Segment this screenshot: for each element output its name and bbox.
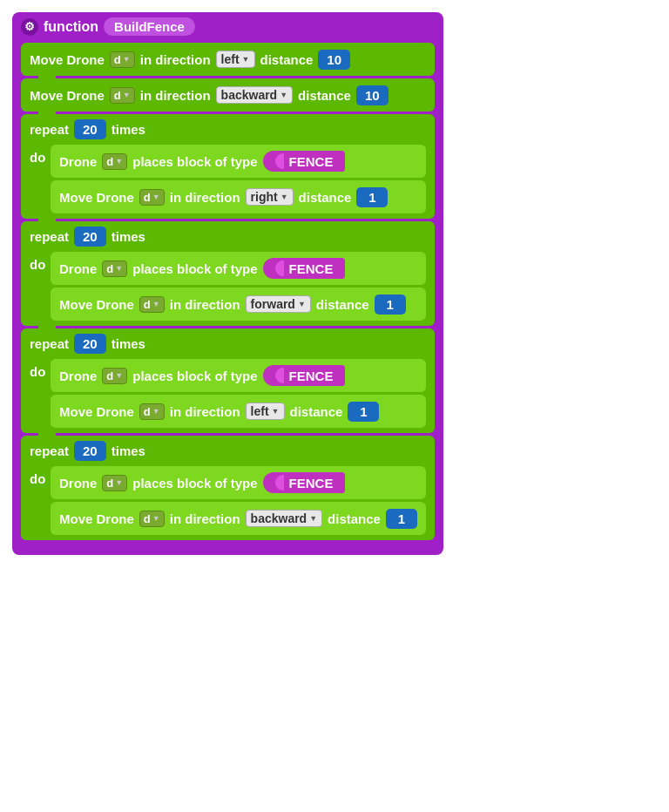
function-label: function: [44, 19, 98, 35]
repeat-blocks-container: repeat 20 times do Drone d ▼ places bloc…: [21, 114, 435, 543]
inner-move-text1-3: Move Drone: [59, 404, 134, 419]
inner-move-direction-3[interactable]: left ▼: [246, 403, 285, 420]
inner-move-drone-var-3[interactable]: d ▼: [139, 403, 165, 420]
repeat-count-1[interactable]: 20: [74, 119, 106, 139]
inner-move-value-2[interactable]: 1: [375, 294, 406, 315]
move1-text2: in direction: [140, 52, 211, 67]
repeat-header-1: repeat 20 times: [30, 119, 426, 139]
fence-block-1: Drone d ▼ places block of type FENCE: [51, 145, 426, 178]
function-name-badge[interactable]: BuildFence: [104, 17, 195, 36]
move2-drone-arrow: ▼: [123, 91, 131, 99]
inner-move-drone-arrow-1: ▼: [152, 193, 160, 201]
fence-text2-2: places block of type: [132, 261, 257, 276]
inner-move-drone-var-2[interactable]: d ▼: [139, 296, 165, 313]
inner-move-direction-4[interactable]: backward ▼: [246, 510, 323, 527]
repeat-times-1: times: [112, 122, 145, 137]
move-block-2: Move Drone d ▼ in direction backward ▼ d…: [21, 78, 435, 112]
inner-move-value-3[interactable]: 1: [348, 402, 379, 422]
repeat-label-1: repeat: [30, 122, 69, 137]
inner-move-value-4[interactable]: 1: [386, 509, 417, 529]
inner-move-value-1[interactable]: 1: [356, 187, 388, 207]
repeat-header-3: repeat 20 times: [30, 334, 426, 354]
fence-type-badge-2[interactable]: FENCE: [263, 258, 346, 279]
repeat-times-2: times: [112, 229, 145, 244]
fence-text2-1: places block of type: [132, 154, 257, 169]
fence-drone-var-2[interactable]: d ▼: [102, 261, 127, 277]
inner-move-drone-arrow-2: ▼: [152, 300, 160, 308]
fence-text2-4: places block of type: [132, 476, 257, 491]
repeat-label-3: repeat: [30, 336, 69, 351]
repeat-count-2[interactable]: 20: [74, 227, 106, 247]
fence-type-badge-3[interactable]: FENCE: [263, 365, 346, 386]
move1-direction[interactable]: left ▼: [216, 51, 255, 68]
repeat-label-4: repeat: [30, 443, 69, 458]
repeat-count-3[interactable]: 20: [74, 334, 106, 354]
fence-drone-var-3[interactable]: d ▼: [102, 368, 127, 384]
do-label-1: do: [30, 150, 47, 165]
move2-text3: distance: [298, 88, 351, 103]
inner-move-text2-1: in direction: [170, 190, 240, 205]
inner-move-drone-arrow-4: ▼: [152, 514, 160, 523]
inner-move-drone-var-1[interactable]: d ▼: [139, 189, 165, 206]
function-block: ⚙ function BuildFence Move Drone d ▼ in …: [12, 12, 443, 555]
inner-move-drone-arrow-3: ▼: [152, 407, 160, 416]
inner-move-direction-2[interactable]: forward ▼: [246, 295, 311, 313]
do-inner-4: Drone d ▼ places block of type FENCE Mov…: [51, 466, 426, 535]
fence-block-2: Drone d ▼ places block of type FENCE: [51, 252, 426, 285]
repeat-label-2: repeat: [30, 229, 69, 244]
fence-text1-2: Drone: [59, 261, 97, 276]
inner-move-text3-4: distance: [328, 511, 381, 526]
fence-drone-var-1[interactable]: d ▼: [102, 153, 127, 170]
move2-drone-var[interactable]: d ▼: [110, 87, 135, 104]
repeat-count-4[interactable]: 20: [74, 441, 106, 461]
inner-move-text3-3: distance: [290, 404, 343, 419]
inner-move-text1-4: Move Drone: [59, 511, 134, 526]
do-label-3: do: [30, 364, 47, 379]
fence-block-3: Drone d ▼ places block of type FENCE: [51, 359, 426, 392]
repeat-block-1: repeat 20 times do Drone d ▼ places bloc…: [21, 114, 435, 219]
inner-move-dir-arrow-3: ▼: [272, 407, 280, 416]
move2-text1: Move Drone: [30, 88, 105, 103]
move2-text2: in direction: [140, 88, 211, 103]
do-label-2: do: [30, 257, 47, 272]
repeat-header-4: repeat 20 times: [30, 441, 426, 461]
do-row-2: do Drone d ▼ places block of type FENCE …: [30, 252, 426, 321]
fence-text1-4: Drone: [59, 476, 97, 491]
inner-move-block-1: Move Drone d ▼ in direction right ▼ dist…: [51, 180, 426, 213]
inner-move-block-3: Move Drone d ▼ in direction left ▼ dista…: [51, 395, 426, 428]
inner-move-direction-1[interactable]: right ▼: [246, 188, 294, 206]
move2-direction[interactable]: backward ▼: [216, 86, 294, 104]
inner-move-dir-arrow-1: ▼: [280, 193, 288, 201]
inner-move-block-4: Move Drone d ▼ in direction backward ▼ d…: [51, 502, 426, 535]
repeat-header-2: repeat 20 times: [30, 227, 426, 247]
fence-drone-var-4[interactable]: d ▼: [102, 475, 127, 491]
inner-move-dir-arrow-4: ▼: [309, 514, 317, 523]
gear-icon[interactable]: ⚙: [21, 18, 38, 36]
do-row-4: do Drone d ▼ places block of type FENCE …: [30, 466, 426, 535]
move1-drone-arrow: ▼: [123, 55, 131, 64]
move1-drone-var[interactable]: d ▼: [110, 51, 135, 68]
inner-move-text3-1: distance: [299, 190, 352, 205]
function-header: ⚙ function BuildFence: [21, 17, 435, 36]
fence-text2-3: places block of type: [132, 369, 257, 383]
inner-move-block-2: Move Drone d ▼ in direction forward ▼ di…: [51, 288, 426, 321]
inner-move-dir-arrow-2: ▼: [298, 300, 306, 308]
repeat-block-2: repeat 20 times do Drone d ▼ places bloc…: [21, 221, 435, 326]
do-label-4: do: [30, 471, 47, 486]
fence-type-badge-4[interactable]: FENCE: [263, 472, 346, 493]
repeat-times-4: times: [112, 443, 145, 458]
repeat-times-3: times: [112, 336, 145, 351]
fence-type-badge-1[interactable]: FENCE: [263, 151, 346, 172]
inner-move-text2-3: in direction: [170, 404, 240, 419]
fence-drone-arrow-1: ▼: [115, 157, 123, 166]
fence-drone-arrow-3: ▼: [115, 371, 123, 380]
inner-move-drone-var-4[interactable]: d ▼: [139, 511, 165, 527]
move1-text3: distance: [260, 52, 314, 67]
move2-value[interactable]: 10: [356, 85, 389, 105]
fence-drone-arrow-4: ▼: [115, 478, 123, 487]
fence-drone-arrow-2: ▼: [115, 264, 123, 273]
block-stack: Move Drone d ▼ in direction left ▼ dista…: [21, 43, 435, 543]
move1-value[interactable]: 10: [318, 50, 350, 70]
move1-dir-arrow: ▼: [242, 55, 250, 64]
move2-dir-arrow: ▼: [280, 91, 287, 99]
